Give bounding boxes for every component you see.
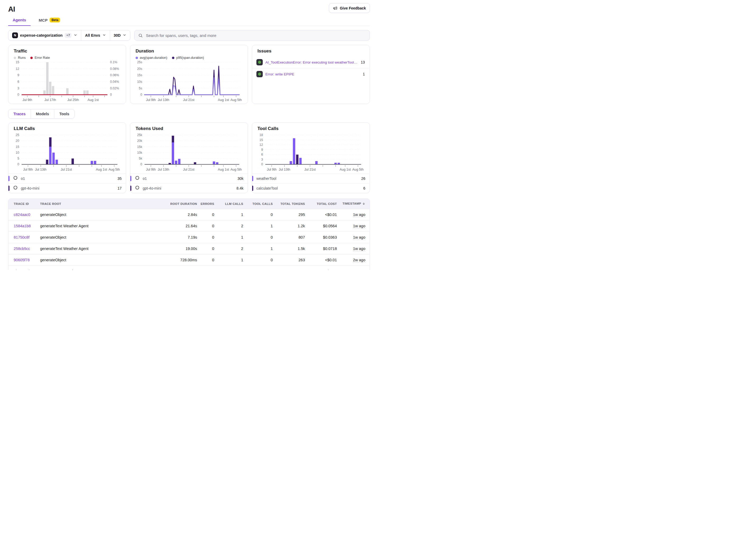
filter-toolbar: N expense-categorization +7 All Envs 30D — [8, 30, 370, 41]
legend-label: p95(span.duration) — [176, 56, 204, 60]
search-input[interactable] — [145, 33, 366, 38]
total-row[interactable]: o130k — [130, 174, 248, 183]
total-value: 8.4k — [236, 186, 243, 191]
legend-dot-icon — [14, 57, 16, 59]
total-row[interactable]: gpt-4o-mini17 — [8, 183, 126, 193]
table-cell: <$0.01 — [305, 254, 337, 266]
column-header[interactable]: ERRORS — [197, 199, 214, 209]
tab-traces[interactable]: Traces — [8, 109, 31, 118]
trace-id-link[interactable]: 258cb5cc — [14, 246, 30, 251]
column-header[interactable]: TIMESTAMP — [337, 199, 370, 209]
issue-link[interactable]: AI_ToolExecutionError: Error executing t… — [265, 61, 358, 64]
table-cell: $0.0363 — [305, 231, 337, 243]
table-cell: 1 — [214, 231, 243, 243]
timestamp-value[interactable]: 2w ago — [353, 258, 365, 263]
project-filter-dropdown[interactable]: N expense-categorization +7 — [8, 30, 81, 40]
column-header[interactable]: TOTAL COST — [305, 199, 337, 209]
table-cell: 0 — [243, 209, 273, 220]
table-cell: 0 — [243, 231, 273, 243]
column-header[interactable]: ROOT DURATION — [135, 199, 197, 209]
column-header[interactable]: TRACE ID — [8, 199, 40, 209]
total-row[interactable]: gpt-4o-mini8.4k — [130, 183, 248, 193]
table-cell: 7.19s — [135, 231, 197, 243]
trace-table-row[interactable]: 1b9a433bgenerateText Weather Agent4.95s0… — [8, 266, 370, 270]
table-cell: generateText Weather Agent — [40, 243, 135, 254]
issue-row[interactable]: ⬢Error: write EPIPE1 — [252, 68, 370, 80]
llm-calls-chart: 0510152025Jul 9thJul 13thJul 21stAug 1st… — [14, 133, 120, 172]
svg-text:Jul 21st: Jul 21st — [304, 168, 316, 172]
timestamp-value[interactable]: 1w ago — [353, 212, 365, 217]
llm-calls-card: LLM Calls 0510152025Jul 9thJul 13thJul 2… — [8, 122, 126, 193]
table-cell: 0 — [197, 243, 214, 254]
svg-text:Aug 5th: Aug 5th — [230, 168, 242, 172]
total-row[interactable]: calculateTool6 — [252, 183, 370, 193]
svg-text:12: 12 — [16, 67, 20, 71]
search-bar[interactable] — [134, 30, 370, 41]
trace-table-row[interactable]: 1584a1b8generateText Weather Agent21.64s… — [8, 220, 370, 231]
svg-text:5: 5 — [17, 157, 19, 160]
issue-link[interactable]: Error: write EPIPE — [265, 72, 360, 76]
timestamp-value[interactable]: 1w ago — [353, 246, 365, 251]
svg-text:Aug 1st: Aug 1st — [218, 98, 229, 102]
tab-agents-label: Agents — [13, 18, 26, 22]
svg-text:0.08%: 0.08% — [110, 67, 119, 71]
time-range-dropdown[interactable]: 30D — [110, 30, 130, 40]
timestamp-value[interactable]: 2w ago — [353, 269, 365, 270]
sort-desc-icon — [362, 202, 365, 206]
table-cell: 0 — [197, 220, 214, 231]
series-color-marker — [130, 186, 131, 191]
trace-table-row[interactable]: 81750c8fgenerateObject7.19s010807$0.0363… — [8, 231, 370, 243]
table-cell: generateObject — [40, 231, 135, 243]
total-row[interactable]: o135 — [8, 174, 126, 183]
trace-table-row[interactable]: c824aac0generateObject2.84s010295<$0.011… — [8, 209, 370, 220]
trace-id-link[interactable]: 81750c8f — [14, 235, 30, 239]
table-cell: 1 — [243, 220, 273, 231]
tab-tools[interactable]: Tools — [54, 109, 75, 118]
column-header[interactable]: TRACE ROOT — [40, 199, 135, 209]
trace-table-row[interactable]: 258cb5ccgenerateText Weather Agent19.00s… — [8, 243, 370, 254]
table-cell: 1 — [243, 243, 273, 254]
tab-mcp[interactable]: MCP Beta — [34, 18, 65, 26]
megaphone-icon — [333, 6, 337, 10]
tokens-used-chart: 05k10k15k20k25kJul 9thJul 13thJul 21stAu… — [136, 133, 242, 172]
overview-cards-row: Traffic RunsError Rate 0369121500.02%0.0… — [8, 45, 370, 104]
timestamp-value[interactable]: 1w ago — [353, 224, 365, 229]
svg-text:9: 9 — [261, 148, 263, 152]
total-value: 30k — [237, 176, 243, 181]
svg-text:0.02%: 0.02% — [110, 86, 119, 90]
tab-models[interactable]: Models — [31, 109, 54, 118]
issue-row[interactable]: ⬢AI_ToolExecutionError: Error executing … — [252, 57, 370, 68]
trace-id-link[interactable]: 90605f78 — [14, 258, 30, 262]
svg-text:Jul 9th: Jul 9th — [146, 168, 156, 172]
svg-text:15: 15 — [16, 61, 20, 64]
tool-calls-totals: weatherTool26calculateTool6 — [252, 174, 370, 193]
svg-text:0: 0 — [110, 93, 112, 96]
trace-id-link[interactable]: 1b9a433b — [14, 269, 31, 270]
svg-text:5s: 5s — [139, 86, 142, 90]
total-row[interactable]: weatherTool26 — [252, 174, 370, 183]
column-header[interactable]: LLM CALLS — [214, 199, 243, 209]
trace-table-row[interactable]: 90605f78generateObject728.00ms010263<$0.… — [8, 254, 370, 266]
give-feedback-button[interactable]: Give Feedback — [329, 3, 370, 13]
timestamp-cell: 2w ago — [337, 266, 370, 270]
timestamp-value[interactable]: 1w ago — [353, 235, 365, 240]
table-cell: 0 — [197, 266, 214, 270]
trace-id-cell: 81750c8f — [8, 231, 40, 243]
svg-text:0: 0 — [261, 163, 263, 166]
env-filter-dropdown[interactable]: All Envs — [81, 30, 109, 40]
column-header[interactable]: TOTAL TOKENS — [273, 199, 305, 209]
column-header[interactable]: TOOL CALLS — [243, 199, 273, 209]
search-icon — [138, 33, 143, 38]
table-cell: generateText Weather Agent — [40, 266, 135, 270]
trace-id-link[interactable]: 1584a1b8 — [14, 224, 31, 228]
svg-text:Jul 21st: Jul 21st — [183, 168, 195, 172]
table-cell: 1 — [214, 209, 243, 220]
trace-id-cell: 90605f78 — [8, 254, 40, 266]
time-range-label: 30D — [114, 33, 121, 38]
total-value: 17 — [117, 186, 122, 191]
legend-label: avg(span.duration) — [140, 56, 167, 60]
table-cell: 0 — [243, 254, 273, 266]
trace-id-link[interactable]: c824aac0 — [14, 212, 30, 217]
svg-text:Aug 1st: Aug 1st — [218, 168, 229, 172]
tab-agents[interactable]: Agents — [8, 18, 31, 26]
